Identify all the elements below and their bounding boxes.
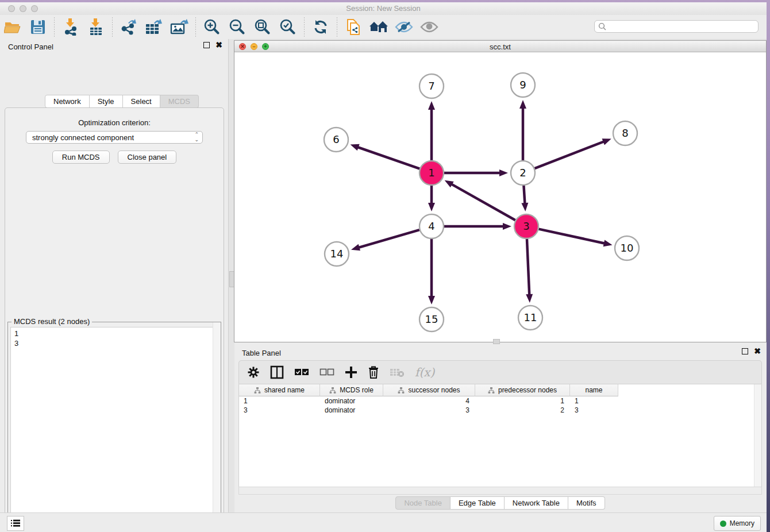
- tab-edge-table[interactable]: Edge Table: [451, 496, 505, 510]
- criterion-dropdown[interactable]: strongly connected component ⌃⌄: [26, 131, 203, 144]
- arrowhead-1-6: [351, 144, 360, 151]
- task-history-button[interactable]: [7, 516, 24, 531]
- deselect-all-checks-icon[interactable]: [319, 368, 334, 376]
- export-network-icon[interactable]: [119, 17, 138, 37]
- graph-node-label-4: 4: [428, 220, 434, 232]
- edge-3-11[interactable]: [527, 239, 529, 296]
- mcds-result-scrollbar[interactable]: [213, 322, 221, 532]
- column-header-predecessor-nodes[interactable]: predecessor nodes: [475, 384, 570, 396]
- network-window: ✕ – + scc.txt 7968124314101511: [234, 40, 767, 342]
- edge-3-1[interactable]: [451, 184, 515, 221]
- trash-icon[interactable]: [368, 365, 379, 379]
- table-toolbar: f(x): [238, 360, 762, 384]
- new-network-from-selection-icon[interactable]: [344, 17, 363, 37]
- cell-name[interactable]: 1: [570, 396, 618, 406]
- tab-select[interactable]: Select: [123, 95, 160, 108]
- table-hscrollbar[interactable]: [238, 487, 762, 495]
- horizontal-splitter-grip[interactable]: [493, 339, 500, 344]
- graph-node-label-8: 8: [622, 127, 628, 139]
- import-network-icon[interactable]: [61, 17, 80, 37]
- titlebar: Session: New Session: [0, 2, 767, 16]
- cell-successor-nodes[interactable]: 4: [383, 396, 475, 406]
- memory-status-icon: [720, 521, 726, 527]
- arrowhead-3-10: [603, 240, 613, 246]
- table-row[interactable]: 1 dominator 4 1 1: [239, 396, 761, 406]
- cell-shared-name[interactable]: 1: [239, 396, 320, 406]
- graph-node-label-9: 9: [519, 79, 526, 91]
- column-header-mcds-role[interactable]: MCDS role: [320, 384, 383, 396]
- zoom-fit-icon[interactable]: [253, 17, 272, 37]
- cell-shared-name[interactable]: 3: [239, 406, 320, 415]
- cell-successor-nodes[interactable]: 3: [383, 406, 475, 415]
- tree-icon: [488, 387, 495, 394]
- cell-mcds-role[interactable]: dominator: [320, 396, 383, 406]
- app-window: Session: New Session: [0, 2, 767, 532]
- edge-3-10[interactable]: [538, 229, 605, 244]
- close-table-panel-icon[interactable]: ✖: [754, 348, 761, 354]
- tab-mcds[interactable]: MCDS: [160, 95, 199, 108]
- graph-node-label-14: 14: [330, 248, 344, 260]
- eye-slash-icon[interactable]: [394, 17, 414, 37]
- houses-icon[interactable]: [369, 17, 388, 37]
- float-panel-icon[interactable]: [203, 42, 210, 48]
- tree-icon: [329, 387, 336, 394]
- close-panel-button[interactable]: Close panel: [118, 151, 177, 164]
- select-all-checks-icon[interactable]: [294, 368, 309, 376]
- zoom-selected-icon[interactable]: [278, 17, 298, 37]
- function-builder-icon[interactable]: f(x): [415, 365, 434, 379]
- zoom-out-icon[interactable]: [228, 17, 247, 37]
- toolbar-separator: [112, 17, 113, 37]
- tab-node-table[interactable]: Node Table: [395, 496, 451, 510]
- export-table-icon[interactable]: [144, 17, 164, 37]
- tab-network-table[interactable]: Network Table: [505, 496, 568, 510]
- delete-table-icon[interactable]: [390, 367, 405, 377]
- close-panel-icon[interactable]: ✖: [215, 42, 222, 48]
- search-input[interactable]: [607, 22, 758, 31]
- mcds-result-text[interactable]: 1 3: [10, 327, 218, 532]
- export-image-icon[interactable]: [170, 17, 189, 37]
- gear-icon[interactable]: [247, 366, 260, 379]
- arrowhead-4-3: [503, 223, 511, 230]
- graph-node-label-15: 15: [425, 313, 438, 325]
- memory-button[interactable]: Memory: [714, 516, 761, 531]
- table-panel-title: Table Panel: [242, 349, 281, 357]
- toolbar-separator: [195, 17, 196, 37]
- column-chooser-icon[interactable]: [270, 365, 284, 379]
- table-tabs: Node Table Edge Table Network Table Moti…: [395, 496, 605, 510]
- cell-predecessor-nodes[interactable]: 1: [475, 396, 570, 406]
- eye-icon[interactable]: [419, 17, 439, 37]
- cell-mcds-role[interactable]: dominator: [320, 406, 383, 415]
- list-icon: [11, 519, 20, 527]
- float-table-panel-icon[interactable]: [742, 348, 748, 354]
- add-column-icon[interactable]: [345, 366, 357, 379]
- open-session-icon[interactable]: [3, 17, 22, 37]
- network-window-titlebar[interactable]: ✕ – + scc.txt: [234, 41, 766, 52]
- search-field[interactable]: [594, 20, 759, 33]
- tab-network[interactable]: Network: [45, 95, 90, 108]
- save-session-icon[interactable]: [28, 17, 48, 37]
- column-header-successor-nodes[interactable]: successor nodes: [383, 384, 475, 396]
- tab-motifs[interactable]: Motifs: [568, 496, 605, 510]
- column-header-shared-name[interactable]: shared name: [239, 384, 320, 396]
- table-row[interactable]: 3 dominator 3 2 3: [239, 406, 761, 415]
- mcds-panel: Optimization criterion: strongly connect…: [5, 107, 224, 532]
- table-scrollbar[interactable]: [754, 384, 761, 494]
- edge-4-14[interactable]: [357, 230, 419, 248]
- refresh-icon[interactable]: [311, 17, 330, 37]
- edge-2-8[interactable]: [535, 141, 605, 168]
- column-header-name[interactable]: name: [570, 384, 618, 396]
- edge-2-3[interactable]: [523, 186, 525, 205]
- network-canvas[interactable]: 7968124314101511: [235, 53, 765, 341]
- graph-node-label-3: 3: [523, 220, 529, 232]
- run-mcds-button[interactable]: Run MCDS: [52, 151, 110, 164]
- cell-name[interactable]: 3: [570, 406, 618, 415]
- cell-predecessor-nodes[interactable]: 2: [475, 406, 570, 415]
- criterion-value: strongly connected component: [32, 133, 134, 142]
- tab-style[interactable]: Style: [90, 95, 123, 108]
- graph-node-label-10: 10: [621, 242, 634, 254]
- edge-1-6[interactable]: [357, 147, 419, 169]
- arrowhead-1-2: [499, 169, 508, 176]
- zoom-in-icon[interactable]: [202, 17, 222, 37]
- import-table-icon[interactable]: [86, 17, 106, 37]
- arrowhead-2-3: [521, 203, 528, 211]
